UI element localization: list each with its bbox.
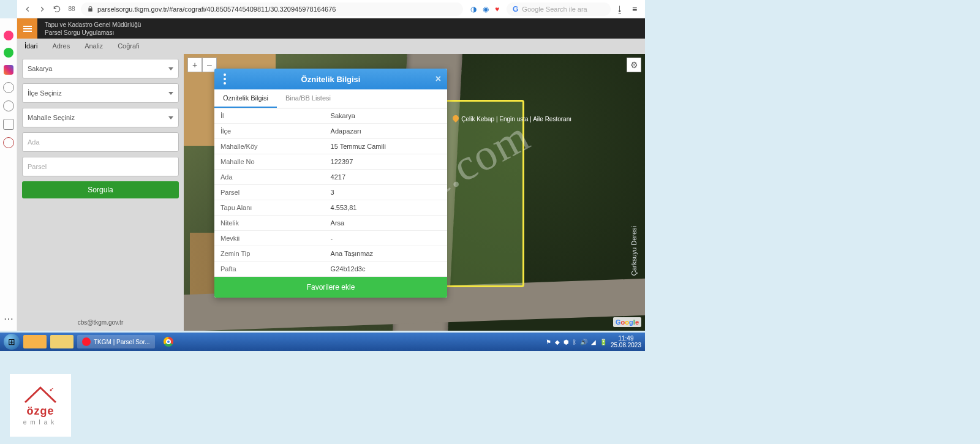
app-title: Tapu ve Kadastro Genel Müdürlüğü Parsel … xyxy=(37,21,141,37)
popup-row: Tapu Alanı4.553,81 xyxy=(214,200,447,216)
add-favorites-button[interactable]: Favorilere ekle xyxy=(214,277,447,298)
popup-title: Öznitelik Bilgisi xyxy=(301,75,361,84)
clock[interactable]: 11:49 25.08.2023 xyxy=(611,335,641,348)
il-select[interactable]: Sakarya xyxy=(22,59,179,78)
tray-icon[interactable]: ◆ xyxy=(555,339,560,345)
address-bar[interactable]: parselsorgu.tkgm.gov.tr/#ara/cografi/40.… xyxy=(81,2,463,16)
app-window: Tapu ve Kadastro Genel Müdürlüğü Parsel … xyxy=(17,18,645,331)
popup-table: İlSakaryaİlçeAdapazarıMahalle/Köy15 Temm… xyxy=(214,108,447,277)
popup-key: Zemin Tip xyxy=(214,246,325,261)
flag-icon[interactable]: ⚑ xyxy=(546,339,551,345)
popup-value: 122397 xyxy=(325,154,447,169)
url-text: parselsorgu.tkgm.gov.tr/#ara/cografi/40.… xyxy=(97,6,336,13)
battery-icon[interactable]: 🔋 xyxy=(600,339,607,345)
popup-value: Sakarya xyxy=(325,108,447,123)
poi-label[interactable]: Çelik Kebap | Engin usta | Aile Restoran… xyxy=(453,115,571,122)
popup-key: Mevkii xyxy=(214,231,325,246)
whatsapp-icon[interactable] xyxy=(4,48,13,58)
bluetooth-icon[interactable]: ᛒ xyxy=(573,339,576,345)
popup-key: Nitelik xyxy=(214,216,325,230)
tab-idari[interactable]: İdari xyxy=(17,39,45,54)
google-search[interactable]: G Google Search ile ara xyxy=(507,2,611,16)
grid-icon[interactable] xyxy=(3,119,14,130)
tabs-button[interactable]: 88 xyxy=(66,4,77,15)
msg-icon[interactable] xyxy=(4,31,13,40)
pin-icon[interactable] xyxy=(3,137,14,148)
hamburger-button[interactable] xyxy=(17,18,37,39)
taskbar-opera[interactable]: TKGM | Parsel Sor... xyxy=(77,335,155,348)
map-settings-button[interactable]: ⚙ xyxy=(627,58,641,72)
logo-brand: özge xyxy=(26,405,54,418)
popup-header[interactable]: Öznitelik Bilgisi × xyxy=(214,69,447,89)
search-placeholder: Google Search ile ara xyxy=(522,6,587,13)
popup-key: Pafta xyxy=(214,262,325,276)
shield-icon[interactable]: ◑ xyxy=(470,5,477,13)
back-button[interactable] xyxy=(22,4,33,15)
taskbar: ⊞ TKGM | Parsel Sor... ⚑ ◆ ⬢ ᛒ 🔊 ◢ 🔋 11:… xyxy=(0,333,645,351)
popup-value: 4.553,81 xyxy=(325,200,447,215)
browser-side-icons xyxy=(0,18,17,331)
system-tray[interactable]: ⚑ ◆ ⬢ ᛒ 🔊 ◢ 🔋 11:49 25.08.2023 xyxy=(546,335,641,348)
popup-close-button[interactable]: × xyxy=(435,73,441,85)
popup-value: G24b12d3c xyxy=(325,262,447,276)
popup-row: Zemin TipAna Taşınmaz xyxy=(214,246,447,262)
search-tabs: İdari Adres Analiz Coğrafi xyxy=(17,39,645,55)
taskbar-folder[interactable] xyxy=(50,335,74,348)
popup-row: Parsel3 xyxy=(214,185,447,200)
browser-bar: 88 parselsorgu.tkgm.gov.tr/#ara/cografi/… xyxy=(17,0,645,18)
volume-icon[interactable]: 🔊 xyxy=(580,339,587,345)
reload-button[interactable] xyxy=(51,4,62,15)
network-icon[interactable]: ◢ xyxy=(591,339,596,345)
tab-analiz[interactable]: Analiz xyxy=(77,39,110,54)
zoom-in-button[interactable]: + xyxy=(187,58,202,72)
popup-value: Arsa xyxy=(325,216,447,230)
tab-adres[interactable]: Adres xyxy=(45,39,77,54)
lock-icon xyxy=(87,6,94,12)
popup-tab-bina[interactable]: Bina/BB Listesi xyxy=(277,89,339,108)
vpn-icon[interactable]: ◉ xyxy=(483,5,489,13)
instagram-icon[interactable] xyxy=(4,65,13,75)
popup-row: Mahalle/Köy15 Temmuz Camili xyxy=(214,139,447,154)
popup-key: Parsel xyxy=(214,185,325,200)
google-icon: G xyxy=(513,5,518,13)
tab-cografi[interactable]: Coğrafi xyxy=(110,39,146,54)
heart-icon[interactable] xyxy=(3,82,14,93)
logo-sub: emlak xyxy=(23,419,58,426)
popup-value: Adapazarı xyxy=(325,124,447,138)
popup-key: Ada xyxy=(214,170,325,184)
taskbar-chrome[interactable] xyxy=(159,335,178,348)
clock-icon[interactable] xyxy=(3,100,14,111)
poi-pin-icon xyxy=(451,114,460,122)
popup-key: Tapu Alanı xyxy=(214,200,325,215)
contact-email: cbs@tkgm.gov.tr xyxy=(17,319,184,326)
popup-row: NitelikArsa xyxy=(214,216,447,231)
app-header: Tapu ve Kadastro Genel Müdürlüğü Parsel … xyxy=(17,18,645,39)
sorgula-button[interactable]: Sorgula xyxy=(22,181,179,198)
popup-key: İl xyxy=(214,108,325,123)
heart-url-icon[interactable]: ♥ xyxy=(495,5,499,13)
download-icon[interactable]: ⭳ xyxy=(614,4,625,15)
google-logo: Google xyxy=(613,317,641,327)
taskbar-explorer[interactable] xyxy=(23,335,47,348)
popup-tab-attr[interactable]: Öznitelik Bilgisi xyxy=(214,89,277,108)
attribute-popup: Öznitelik Bilgisi × Öznitelik Bilgisi Bi… xyxy=(214,69,447,298)
parsel-input[interactable]: Parsel xyxy=(22,157,179,176)
popup-tabs: Öznitelik Bilgisi Bina/BB Listesi xyxy=(214,89,447,108)
mahalle-select[interactable]: Mahalle Seçiniz xyxy=(22,108,179,127)
parcel-highlight[interactable] xyxy=(435,100,524,287)
popup-value: 4217 xyxy=(325,170,447,184)
popup-key: Mahalle No xyxy=(214,154,325,169)
popup-value: 3 xyxy=(325,185,447,200)
easy-setup-icon[interactable]: ≡ xyxy=(629,4,640,15)
popup-row: Mahalle No122397 xyxy=(214,154,447,170)
forward-button[interactable] xyxy=(37,4,48,15)
popup-value: 15 Temmuz Camili xyxy=(325,139,447,154)
popup-menu-icon[interactable] xyxy=(221,73,229,85)
ilce-select[interactable]: İlçe Seçiniz xyxy=(22,83,179,103)
more-icon[interactable]: ⋯ xyxy=(4,313,14,325)
tray-icon[interactable]: ⬢ xyxy=(564,339,569,345)
popup-key: Mahalle/Köy xyxy=(214,139,325,154)
ada-input[interactable]: Ada xyxy=(22,132,179,152)
popup-row: İlçeAdapazarı xyxy=(214,124,447,139)
start-button[interactable]: ⊞ xyxy=(4,334,20,350)
